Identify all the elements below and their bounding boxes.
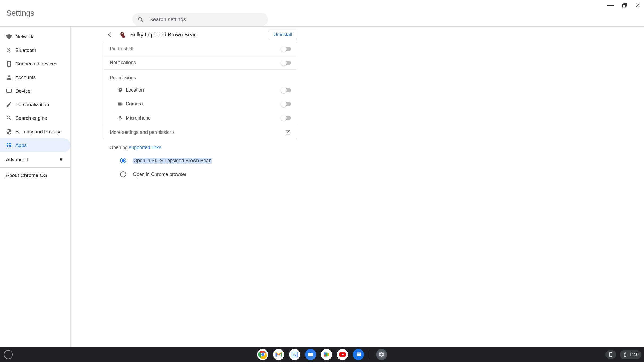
sidebar-item-device[interactable]: Device <box>0 84 70 98</box>
row-notifications: Notifications <box>104 56 297 70</box>
window-restore-icon[interactable] <box>622 2 628 10</box>
sidebar-item-accounts[interactable]: Accounts <box>0 71 70 84</box>
opening-prefix: Opening <box>110 145 129 150</box>
notifications-label: Notifications <box>110 60 136 65</box>
radio-icon <box>120 158 126 163</box>
sidebar-item-label: Apps <box>15 142 27 148</box>
advanced-label: Advanced <box>6 157 28 163</box>
supported-links-link[interactable]: supported links <box>129 145 161 150</box>
svg-text:31: 31 <box>293 353 296 356</box>
sidebar-about[interactable]: About Chrome OS <box>0 168 70 183</box>
sidebar-item-label: Security and Privacy <box>15 129 60 135</box>
shelf-app-youtube[interactable] <box>337 349 348 360</box>
sidebar-item-label: Search engine <box>15 115 47 121</box>
permissions-header: Permissions <box>104 70 297 83</box>
notifications-tray[interactable] <box>605 350 616 359</box>
shield-icon <box>6 129 15 135</box>
phone-icon <box>6 61 15 67</box>
sidebar-item-network[interactable]: Network <box>0 30 70 43</box>
files-icon <box>307 351 314 358</box>
more-settings-label: More settings and permissions <box>110 130 175 135</box>
permission-label: Microphone <box>126 115 281 121</box>
system-tray[interactable]: 1:40 <box>605 350 641 359</box>
chevron-down-icon: ▼ <box>58 157 64 163</box>
search-icon <box>137 16 144 23</box>
person-icon <box>6 74 15 81</box>
messages-icon <box>355 351 362 358</box>
shelf: 31 <box>0 347 644 362</box>
svg-rect-10 <box>324 355 326 357</box>
svg-rect-9 <box>324 353 326 355</box>
sidebar-item-label: Device <box>15 88 31 94</box>
wifi-icon <box>6 34 15 40</box>
notifications-toggle[interactable] <box>281 61 291 65</box>
gmail-icon <box>275 351 283 359</box>
radio-icon <box>120 171 126 177</box>
link-handling-radio-group: Open in Sulky Lopsided Brown Bean Open i… <box>104 150 297 181</box>
clock: 1:40 <box>629 352 639 357</box>
radio-open-in-chrome[interactable]: Open in Chrome browser <box>120 167 297 181</box>
sidebar-item-label: Accounts <box>15 75 36 80</box>
sidebar-item-label: Personalization <box>15 102 49 108</box>
sidebar-item-personalization[interactable]: Personalization <box>0 98 70 111</box>
window-close-icon[interactable] <box>635 2 641 10</box>
sidebar-item-security[interactable]: Security and Privacy <box>0 125 70 138</box>
search-box[interactable] <box>132 13 268 26</box>
radio-open-in-app[interactable]: Open in Sulky Lopsided Brown Bean <box>120 154 297 167</box>
location-toggle[interactable] <box>281 88 291 92</box>
sidebar: Network Bluetooth Connected devices Acco… <box>0 27 70 347</box>
shelf-app-meet[interactable] <box>321 349 332 360</box>
camera-icon <box>115 101 126 107</box>
sidebar-item-bluetooth[interactable]: Bluetooth <box>0 43 70 57</box>
shelf-app-chrome[interactable] <box>257 349 268 360</box>
search-input[interactable] <box>149 17 263 23</box>
shelf-app-files[interactable] <box>305 349 316 360</box>
pin-to-shelf-label: Pin to shelf <box>110 46 133 52</box>
more-settings-row[interactable]: More settings and permissions <box>104 125 297 139</box>
shelf-app-settings[interactable] <box>376 349 387 360</box>
window-minimize-icon[interactable]: — <box>607 1 614 9</box>
uninstall-button[interactable]: Uninstall <box>269 30 297 40</box>
camera-toggle[interactable] <box>281 102 291 106</box>
microphone-icon <box>115 115 126 121</box>
arrow-back-icon <box>107 31 114 38</box>
radio-label: Open in Sulky Lopsided Brown Bean <box>133 158 212 164</box>
open-external-icon <box>285 129 291 135</box>
back-button[interactable] <box>105 30 115 40</box>
sidebar-item-search-engine[interactable]: Search engine <box>0 111 70 125</box>
pin-to-shelf-toggle[interactable] <box>281 47 291 51</box>
status-tray[interactable]: 1:40 <box>620 350 641 359</box>
shelf-app-messages[interactable] <box>353 349 364 360</box>
svg-rect-13 <box>357 355 359 355</box>
svg-point-1 <box>122 33 122 34</box>
shelf-app-gmail[interactable] <box>273 349 284 360</box>
sidebar-advanced[interactable]: Advanced ▼ <box>0 152 70 167</box>
opening-supported-links: Opening supported links <box>104 139 297 150</box>
sidebar-item-label: Bluetooth <box>15 47 36 53</box>
app-name: Sulky Lopsided Brown Bean <box>130 32 269 38</box>
sidebar-item-label: Network <box>15 34 34 40</box>
permission-row-location: Location <box>115 83 291 97</box>
laptop-icon <box>6 88 15 94</box>
svg-rect-12 <box>357 354 360 354</box>
microphone-toggle[interactable] <box>281 116 291 120</box>
bluetooth-icon <box>6 47 15 54</box>
permission-label: Camera <box>126 101 281 107</box>
about-label: About Chrome OS <box>6 172 47 178</box>
chrome-icon <box>258 350 267 359</box>
detail-header: Sulky Lopsided Brown Bean Uninstall <box>104 27 297 42</box>
sidebar-item-connected-devices[interactable]: Connected devices <box>0 57 70 71</box>
sidebar-item-apps[interactable]: Apps <box>0 138 70 152</box>
app-icon <box>119 31 127 39</box>
shelf-app-calendar[interactable]: 31 <box>289 349 300 360</box>
permission-row-camera: Camera <box>115 97 291 111</box>
gear-icon <box>378 351 385 358</box>
radio-label: Open in Chrome browser <box>133 172 186 177</box>
apps-icon <box>6 142 15 149</box>
meet-icon <box>323 351 331 359</box>
shelf-divider <box>370 350 370 359</box>
permission-row-microphone: Microphone <box>115 111 291 125</box>
phone-icon <box>608 352 613 357</box>
battery-icon <box>622 352 628 357</box>
launcher-button[interactable] <box>4 350 13 359</box>
